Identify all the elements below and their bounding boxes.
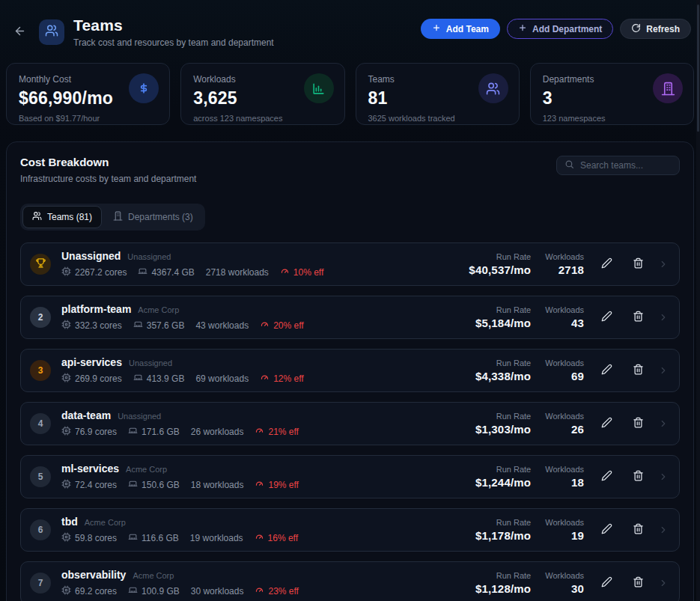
run-rate-value: $1,128/mo	[475, 582, 531, 595]
cpu-icon	[61, 479, 71, 491]
team-row[interactable]: 4 data-team Unassigned 76.9 cores	[20, 402, 680, 445]
delete-button[interactable]	[630, 467, 647, 486]
stats-row: Monthly Cost $66,990/mo Based on $91.77/…	[6, 63, 694, 125]
search-input[interactable]	[580, 160, 672, 171]
team-name: tbd	[61, 516, 78, 528]
workloads-metric: Workloads 30	[545, 571, 584, 595]
chevron-right-icon	[658, 312, 669, 323]
tab-departments-label: Departments (3)	[128, 212, 193, 222]
workloads-value: 69	[545, 370, 584, 382]
workloads-label: Workloads	[545, 252, 584, 261]
team-name: data-team	[61, 409, 111, 421]
cpu-icon	[61, 373, 71, 385]
workloads-stat: 69 workloads	[195, 373, 249, 384]
rank-number: 6	[38, 525, 43, 535]
edit-button[interactable]	[598, 520, 615, 540]
workloads-value: 43	[545, 317, 584, 329]
cores-value: 269.9 cores	[75, 373, 122, 384]
cores-stat: 332.3 cores	[61, 320, 122, 332]
stat-card-workloads: Workloads 3,625 across 123 namespaces	[180, 63, 344, 125]
edit-button[interactable]	[598, 573, 615, 593]
cpu-icon	[61, 320, 71, 332]
team-row[interactable]: 6 tbd Acme Corp 59.8 cores	[20, 508, 680, 552]
team-name: ml-services	[61, 463, 119, 475]
cores-value: 69.2 cores	[75, 586, 117, 597]
run-rate-value: $1,244/mo	[475, 476, 531, 489]
pencil-icon	[601, 417, 612, 430]
add-team-label: Add Team	[446, 24, 489, 34]
efficiency-stat: 10% eff	[280, 266, 323, 278]
run-rate-value: $1,303/mo	[475, 423, 531, 436]
workloads-label: Workloads	[545, 465, 584, 474]
scrollbar-thumb[interactable]	[697, 4, 699, 132]
memory-stat: 100.9 GB	[128, 585, 180, 597]
edit-button[interactable]	[598, 308, 615, 327]
cpu-icon	[61, 532, 71, 544]
memory-icon	[133, 320, 143, 332]
workloads-label: Workloads	[545, 518, 584, 527]
back-button[interactable]	[9, 22, 30, 43]
teams-page: Teams Track cost and resources by team a…	[0, 0, 700, 601]
arrow-left-icon	[13, 25, 26, 40]
gauge-icon	[255, 426, 264, 438]
efficiency-value: 21% eff	[268, 427, 298, 437]
edit-button[interactable]	[598, 414, 615, 433]
rank-badge: 3	[30, 360, 51, 381]
cores-value: 72.4 cores	[75, 480, 117, 490]
team-org: Acme Corp	[133, 571, 174, 580]
delete-button[interactable]	[630, 308, 647, 327]
team-row[interactable]: 5 ml-services Acme Corp 72.4 cores	[20, 455, 680, 498]
efficiency-stat: 20% eff	[260, 320, 303, 332]
trophy-icon	[35, 257, 46, 271]
refresh-label: Refresh	[646, 24, 680, 34]
delete-button[interactable]	[630, 254, 647, 274]
edit-button[interactable]	[598, 467, 615, 486]
team-row[interactable]: 7 observability Acme Corp 69.2 cores	[20, 561, 680, 601]
memory-value: 116.6 GB	[141, 533, 179, 543]
refresh-button[interactable]: Refresh	[620, 19, 691, 39]
cores-stat: 269.9 cores	[61, 373, 122, 385]
add-team-button[interactable]: Add Team	[421, 19, 500, 39]
add-department-button[interactable]: Add Department	[507, 19, 613, 39]
run-rate-label: Run Rate	[475, 412, 531, 421]
team-row[interactable]: 2 platform-team Acme Corp 332.3 cores	[20, 296, 680, 339]
trash-icon	[633, 311, 644, 324]
edit-button[interactable]	[598, 361, 615, 380]
tab-teams[interactable]: Teams (81)	[22, 206, 102, 228]
team-row[interactable]: 3 api-services Unassigned 269.9 cores	[20, 349, 680, 392]
team-row[interactable]: 1 Unassigned Unassigned 2267.2 cores	[20, 242, 680, 286]
rank-badge: 7	[30, 573, 51, 594]
workloads-text: 69 workloads	[195, 373, 249, 384]
team-org: Unassigned	[129, 359, 172, 367]
dollar-icon	[129, 73, 159, 103]
workloads-text: 2718 workloads	[206, 267, 269, 278]
gauge-icon	[255, 585, 264, 597]
page-scrollbar[interactable]	[696, 0, 700, 601]
cpu-icon	[61, 585, 71, 597]
workloads-text: 30 workloads	[191, 586, 244, 597]
run-rate-value: $1,178/mo	[475, 529, 531, 542]
rank-badge: 5	[30, 466, 51, 487]
panel-title: Cost Breakdown	[20, 156, 196, 168]
run-rate-metric: Run Rate $4,338/mo	[475, 359, 531, 382]
gauge-icon	[255, 479, 264, 491]
bar-chart-icon	[304, 73, 334, 103]
run-rate-label: Run Rate	[469, 252, 531, 261]
delete-button[interactable]	[630, 520, 647, 540]
search-box[interactable]	[556, 156, 680, 175]
run-rate-metric: Run Rate $1,303/mo	[475, 412, 531, 436]
tab-departments[interactable]: Departments (3)	[103, 206, 203, 228]
delete-button[interactable]	[630, 414, 647, 433]
delete-button[interactable]	[630, 573, 647, 593]
team-org: Unassigned	[118, 412, 161, 421]
cores-stat: 72.4 cores	[61, 479, 117, 491]
edit-button[interactable]	[598, 254, 615, 274]
delete-button[interactable]	[630, 361, 647, 380]
workloads-value: 2718	[545, 263, 584, 276]
chevron-right-icon	[658, 525, 669, 535]
trash-icon	[633, 470, 644, 483]
efficiency-value: 20% eff	[273, 320, 303, 331]
stat-card-teams: Teams 81 3625 workloads tracked	[356, 63, 520, 125]
building-icon	[113, 211, 123, 223]
run-rate-metric: Run Rate $1,244/mo	[475, 465, 531, 489]
